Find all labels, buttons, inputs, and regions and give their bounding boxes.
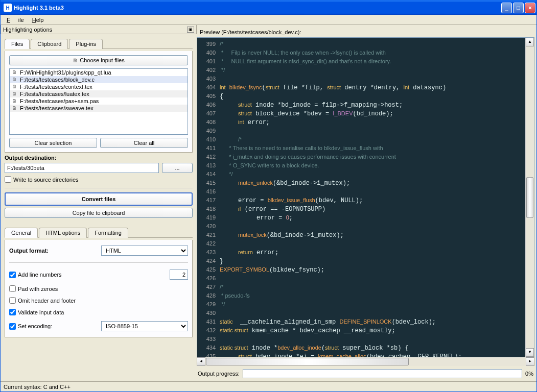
write-source-checkbox[interactable] bbox=[5, 176, 11, 183]
browse-button[interactable]: ... bbox=[162, 163, 193, 173]
horizontal-scrollbar[interactable]: ◄ ► bbox=[197, 357, 534, 366]
output-format-label: Output format: bbox=[9, 248, 101, 254]
code-content: 399/* 400 * Filp is never NULL; the only… bbox=[197, 38, 525, 357]
hscroll-thumb[interactable] bbox=[206, 358, 409, 365]
set-encoding-label: Set encoding: bbox=[18, 323, 52, 329]
file-list-item[interactable]: 🗎F:/WinHighlight31/plugins/cpp_qt.lua bbox=[10, 69, 188, 76]
file-icon: 🗎 bbox=[12, 105, 18, 111]
output-dest-input[interactable] bbox=[5, 163, 159, 173]
general-tab-body: Output format: HTML Add line numbers Pad bbox=[5, 240, 193, 337]
scroll-left-button[interactable]: ◄ bbox=[197, 357, 205, 366]
scroll-right-button[interactable]: ► bbox=[526, 357, 534, 366]
tab-general[interactable]: General bbox=[5, 228, 38, 238]
validate-checkbox[interactable] bbox=[9, 309, 16, 315]
tab-html-options[interactable]: HTML options bbox=[39, 228, 87, 238]
convert-button[interactable]: Convert files bbox=[5, 192, 193, 206]
file-icon: 🗎 bbox=[12, 69, 18, 76]
add-line-numbers-checkbox[interactable] bbox=[9, 272, 16, 278]
pad-zeroes-checkbox[interactable] bbox=[9, 285, 16, 292]
close-button[interactable]: × bbox=[525, 3, 535, 13]
files-tab-body: 🗎 Choose input files 🗎F:/WinHighlight31/… bbox=[5, 51, 193, 153]
tab-files[interactable]: Files bbox=[5, 39, 30, 49]
file-list-item[interactable]: 🗎F:/tests/testcases/block_dev.c bbox=[10, 76, 188, 83]
app-window: H Highlight 3.1 beta3 _ □ × File Help Hi… bbox=[0, 0, 537, 392]
menubar: File Help bbox=[1, 15, 536, 25]
input-file-list[interactable]: 🗎F:/WinHighlight31/plugins/cpp_qt.lua🗎F:… bbox=[9, 68, 188, 135]
output-dest-label: Output destination: bbox=[5, 155, 193, 161]
file-icon: 🗎 bbox=[12, 84, 18, 90]
file-list-item[interactable]: 🗎F:/tests/testcases/luatex.tex bbox=[10, 90, 188, 97]
tab-plugins[interactable]: Plug-ins bbox=[69, 39, 103, 49]
menu-help[interactable]: Help bbox=[28, 16, 48, 24]
tab-formatting[interactable]: Formatting bbox=[88, 228, 128, 238]
panel-header: Highlighting options ▣ bbox=[1, 25, 197, 34]
file-icon: 🗎 bbox=[12, 98, 18, 104]
preview-label: Preview (F:/tests/testcases/block_dev.c)… bbox=[197, 27, 534, 37]
omit-header-label: Omit header and footer bbox=[18, 298, 76, 304]
menu-file[interactable]: File bbox=[3, 16, 28, 24]
scroll-down-button[interactable]: ▼ bbox=[526, 348, 534, 357]
add-line-numbers-label: Add line numbers bbox=[18, 272, 62, 278]
scroll-thumb[interactable] bbox=[526, 177, 533, 218]
file-list-item[interactable]: 🗎F:/tests/testcases/pas+asm.pas bbox=[10, 97, 188, 105]
pad-zeroes-label: Pad with zeroes bbox=[18, 286, 58, 292]
file-list-item[interactable]: 🗎F:/tests/testcases/context.tex bbox=[10, 83, 188, 90]
file-list-item[interactable]: 🗎F:/tests/testcases/sweave.tex bbox=[10, 105, 188, 112]
clear-all-button[interactable]: Clear all bbox=[100, 138, 188, 148]
clear-selection-button[interactable]: Clear selection bbox=[9, 138, 97, 148]
set-encoding-checkbox[interactable] bbox=[9, 323, 16, 330]
minimize-button[interactable]: _ bbox=[501, 3, 512, 13]
statusbar: Current syntax: C and C++ bbox=[1, 381, 536, 391]
progress-bar bbox=[243, 369, 522, 378]
file-icon: 🗎 bbox=[12, 91, 18, 97]
encoding-select[interactable]: ISO-8859-15 bbox=[101, 321, 188, 331]
validate-label: Validate input data bbox=[18, 309, 64, 315]
vertical-scrollbar[interactable]: ▲ ▼ bbox=[525, 38, 534, 357]
input-tabs: Files Clipboard Plug-ins bbox=[5, 38, 193, 49]
maximize-button[interactable]: □ bbox=[513, 3, 524, 13]
undock-icon[interactable]: ▣ bbox=[187, 27, 194, 33]
options-tabs: General HTML options Formatting bbox=[5, 227, 193, 238]
progress-percent: 0% bbox=[525, 371, 533, 377]
choose-input-button[interactable]: 🗎 Choose input files bbox=[9, 55, 188, 65]
app-icon: H bbox=[4, 4, 12, 12]
document-icon: 🗎 bbox=[73, 57, 78, 63]
tab-clipboard[interactable]: Clipboard bbox=[31, 39, 68, 49]
scroll-up-button[interactable]: ▲ bbox=[526, 38, 534, 46]
progress-label: Output progress: bbox=[198, 371, 240, 377]
output-format-select[interactable]: HTML bbox=[101, 246, 188, 256]
copy-clipboard-button[interactable]: Copy file to clipboard bbox=[5, 208, 193, 218]
omit-header-checkbox[interactable] bbox=[9, 297, 16, 304]
file-icon: 🗎 bbox=[12, 77, 18, 83]
window-title: Highlight 3.1 beta3 bbox=[14, 5, 501, 11]
line-number-width-spinner[interactable] bbox=[170, 270, 188, 280]
status-syntax: Current syntax: C and C++ bbox=[4, 384, 71, 390]
code-preview: 399/* 400 * Filp is never NULL; the only… bbox=[197, 37, 534, 357]
write-source-label: Write to source directories bbox=[13, 177, 79, 183]
titlebar[interactable]: H Highlight 3.1 beta3 _ □ × bbox=[1, 1, 536, 15]
